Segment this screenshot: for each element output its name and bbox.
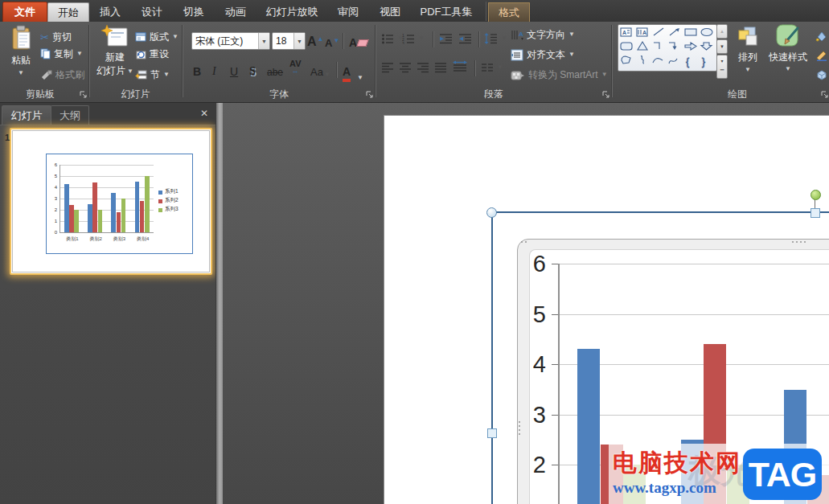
copy-button[interactable]: 复制 ▼: [40, 45, 83, 63]
shape-fill-button[interactable]: 形: [815, 27, 829, 45]
clipboard-group-label: 剪贴板: [2, 88, 79, 101]
bullets-button[interactable]: ▼: [381, 30, 404, 47]
ribbon-tab-bar: 文件 开始 插入 设计 切换 动画 幻灯片放映 审阅 视图 PDF工具集 格式: [0, 0, 829, 22]
font-size-combobox[interactable]: 18 ▼: [272, 32, 306, 50]
panel-tab-outline-label: 大纲: [60, 109, 80, 123]
grow-font-button[interactable]: A▲: [307, 31, 323, 49]
paste-button[interactable]: 粘贴 ▼: [5, 25, 37, 76]
underline-button[interactable]: U: [230, 60, 238, 78]
change-case-button[interactable]: Aa▼: [310, 60, 330, 78]
align-right-button[interactable]: [417, 59, 429, 76]
justify-icon: [434, 62, 447, 73]
tab-transitions[interactable]: 切换: [174, 2, 214, 22]
tab-insert[interactable]: 插入: [90, 2, 130, 22]
decrease-indent-button[interactable]: [439, 30, 453, 47]
thumb-legend-label: 系列3: [165, 206, 179, 213]
gallery-scroll-up-button[interactable]: ▲: [716, 24, 728, 39]
font-name-combobox[interactable]: 宋体 (正文) ▼: [191, 32, 270, 50]
panel-tab-bar: 幻灯片 大纲 ✕: [0, 103, 215, 125]
strikethrough-button[interactable]: abe: [267, 60, 283, 78]
close-icon: ✕: [200, 108, 208, 119]
arrange-label: 排列: [738, 51, 757, 64]
tab-home[interactable]: 开始: [47, 2, 89, 23]
gallery-scroll-down-button[interactable]: ▼: [716, 39, 728, 54]
frame-grip-dot: [800, 241, 802, 243]
character-spacing-button[interactable]: AV ↔: [289, 59, 301, 76]
group-separator: [182, 25, 183, 97]
reset-icon: [135, 49, 146, 59]
group-separator: [375, 25, 376, 97]
thumb-gridline: [60, 165, 154, 166]
align-left-button[interactable]: [381, 59, 394, 76]
tab-review[interactable]: 审阅: [328, 2, 368, 22]
shapes-gallery-icons[interactable]: A A: [618, 25, 715, 69]
cut-button[interactable]: ✂ 剪切: [40, 28, 72, 46]
frame-grip-dot: [796, 241, 798, 243]
paragraph-group-label: 段落: [376, 88, 611, 101]
text-direction-button[interactable]: A 文字方向 ▼: [511, 26, 575, 43]
small-separator: [343, 33, 343, 49]
font-dialog-launcher[interactable]: [365, 90, 375, 100]
quick-styles-button[interactable]: 快速样式 ▼: [765, 23, 811, 72]
convert-smartart-button[interactable]: 转换为 SmartArt ▼: [511, 66, 608, 84]
numbering-button[interactable]: 123 ▼: [402, 30, 425, 47]
shrink-font-button[interactable]: A▼: [325, 31, 339, 49]
line-spacing-button[interactable]: ▼: [484, 30, 507, 47]
thumb-bar-系列2-类别1: [69, 205, 74, 232]
align-text-button[interactable]: 对齐文本 ▼: [511, 46, 575, 64]
tab-pdf-tools[interactable]: PDF工具集: [412, 2, 481, 22]
layout-button[interactable]: 版式 ▼: [135, 28, 179, 46]
increase-indent-button[interactable]: [458, 30, 472, 47]
shape-fill-icon: [815, 31, 827, 42]
tab-animations[interactable]: 动画: [215, 2, 256, 22]
selection-handle-top-left[interactable]: [486, 207, 497, 218]
columns-button[interactable]: ▼: [481, 59, 503, 76]
selection-handle-top-middle[interactable]: [811, 208, 820, 218]
drawing-dialog-launcher[interactable]: [820, 90, 829, 100]
align-center-button[interactable]: [399, 59, 412, 76]
italic-button[interactable]: I: [212, 60, 216, 78]
format-painter-icon: [40, 70, 52, 80]
tab-slideshow[interactable]: 幻灯片放映: [257, 2, 326, 22]
arrange-button[interactable]: 排列 ▼: [732, 25, 764, 73]
justify-button[interactable]: [434, 59, 447, 76]
section-button[interactable]: 节 ▼: [135, 66, 170, 84]
panel-tab-outline[interactable]: 大纲: [51, 105, 89, 125]
shape-outline-button[interactable]: 形: [815, 47, 829, 64]
watermark-logo-text: TAG: [749, 455, 817, 494]
rotation-handle[interactable]: [811, 190, 821, 200]
panel-close-button[interactable]: ✕: [198, 107, 211, 120]
new-slide-icon: [101, 25, 129, 49]
bold-button[interactable]: B: [193, 60, 201, 78]
tab-file[interactable]: 文件: [2, 2, 47, 23]
thumb-axis-label: 1: [48, 219, 57, 223]
font-color-button[interactable]: A: [343, 60, 351, 82]
small-separator: [433, 31, 433, 47]
gallery-more-button[interactable]: ▾▔: [716, 55, 728, 79]
selection-border-left[interactable]: [491, 211, 493, 504]
shape-effects-button[interactable]: 形: [815, 66, 829, 84]
tab-design[interactable]: 设计: [132, 2, 172, 22]
frame-grip-dot: [519, 433, 520, 435]
paragraph-dialog-launcher[interactable]: [601, 90, 611, 100]
tab-slideshow-label: 幻灯片放映: [266, 5, 318, 19]
selection-border-top[interactable]: [491, 211, 829, 213]
font-color-dropdown[interactable]: ▼: [357, 64, 363, 81]
panel-tab-slides[interactable]: 幻灯片: [2, 105, 51, 125]
distribute-button[interactable]: [452, 57, 468, 75]
shapes-gallery: A A: [618, 24, 717, 72]
new-slide-button[interactable]: 新建 幻灯片 ▼: [96, 25, 133, 78]
clear-formatting-button[interactable]: A: [349, 31, 367, 49]
format-painter-button[interactable]: 格式刷: [40, 66, 84, 84]
font-name-dropdown-arrow[interactable]: ▼: [258, 33, 269, 49]
selection-handle-left-middle[interactable]: [487, 428, 497, 438]
svg-text:{: {: [686, 56, 689, 68]
tab-view[interactable]: 视图: [370, 2, 410, 22]
tab-format-contextual[interactable]: 格式: [488, 2, 530, 23]
clipboard-dialog-launcher[interactable]: [79, 90, 88, 100]
paste-icon: [10, 25, 32, 51]
text-shadow-button[interactable]: S: [249, 60, 256, 78]
svg-text:3: 3: [402, 41, 404, 45]
font-size-dropdown-arrow[interactable]: ▼: [293, 33, 305, 49]
reset-button[interactable]: 重设: [135, 45, 169, 63]
